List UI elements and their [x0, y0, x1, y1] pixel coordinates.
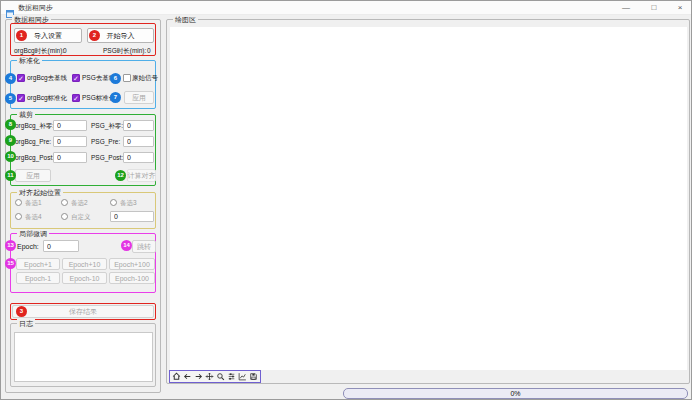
back-icon[interactable]	[183, 371, 192, 382]
badge-4: 4	[5, 73, 16, 84]
plot-title: 绘图区	[173, 15, 198, 24]
minimize-button[interactable]: —	[617, 1, 635, 14]
option4-radio[interactable]	[15, 213, 22, 220]
plot-panel-group: 绘图区	[166, 19, 690, 384]
title-bar: 数据粗同步 — □ ×	[1, 1, 691, 15]
app-window: 数据粗同步 — □ × 数据粗同步 导入设置 开始导入 1 2 orgBcg时长…	[0, 0, 692, 400]
epoch-input[interactable]	[43, 240, 79, 252]
orgbcg-post-input[interactable]	[53, 152, 87, 163]
option4-label: 备选4	[25, 212, 42, 222]
align-section: 对齐起始位置 备选1 备选2 备选3 备选4 自定义	[10, 192, 156, 229]
option3-radio[interactable]	[110, 199, 117, 206]
orgbcg-post-label: orgBcg_Post:	[15, 153, 54, 163]
align-title: 对齐起始位置	[17, 188, 63, 197]
option2-label: 备选2	[71, 198, 88, 208]
orgbcg-duration-value: 0	[63, 46, 67, 56]
customize-icon[interactable]	[238, 371, 247, 382]
preprocess-apply-button[interactable]: 应用	[124, 91, 154, 104]
progress-value: 0%	[510, 390, 520, 397]
log-section: 日志	[10, 323, 156, 387]
import-section: 导入设置 开始导入 1 2 orgBcg时长(min): 0 PSG时长(min…	[10, 23, 156, 56]
option1-label: 备选1	[25, 198, 42, 208]
orgbcg-duration-label: orgBcg时长(min):	[14, 46, 64, 56]
option1-radio[interactable]	[15, 199, 22, 206]
psg-normalize-checkbox[interactable]: ✓	[72, 94, 80, 102]
option3-label: 备选3	[120, 198, 137, 208]
custom-label: 自定义	[71, 212, 91, 222]
badge-15: 15	[5, 258, 16, 269]
crop-section: 裁剪 8 9 10 orgBcg_补零: PSG_补零: orgBcg_Pre:…	[10, 114, 156, 186]
save-section: 保存结果 3	[10, 303, 156, 320]
orgbcg-pad-input[interactable]	[53, 120, 87, 131]
preprocess-title: 标准化	[17, 56, 42, 65]
progress-bar: 0%	[343, 388, 688, 399]
crop-title: 裁剪	[17, 110, 35, 119]
orgbcg-pre-input[interactable]	[53, 136, 87, 147]
badge-13: 13	[5, 240, 16, 251]
preprocess-section: 标准化 4 ✓ orgBcg去基线 ✓ PSG去基线 6 原始信号 5 ✓ or…	[10, 60, 156, 109]
orgbcg-normalize-label: orgBcg标准化	[27, 93, 67, 103]
log-title: 日志	[17, 319, 35, 328]
crop-apply-button[interactable]: 应用	[15, 169, 51, 182]
epoch-minus10-button[interactable]: Epoch-10	[62, 272, 107, 284]
epoch-title: 局部微调	[17, 229, 49, 238]
epoch-plus10-button[interactable]: Epoch+10	[62, 258, 107, 270]
maximize-button[interactable]: □	[645, 1, 663, 14]
badge-6: 6	[110, 73, 121, 84]
plot-canvas[interactable]	[170, 27, 687, 370]
epoch-minus100-button[interactable]: Epoch-100	[109, 272, 155, 284]
psg-pad-label: PSG_补零:	[91, 121, 123, 131]
log-textarea[interactable]	[14, 332, 153, 382]
badge-14: 14	[121, 240, 132, 251]
orgbcg-pad-label: orgBcg_补零:	[15, 121, 54, 131]
orgbcg-normalize-checkbox[interactable]: ✓	[17, 94, 25, 102]
home-icon[interactable]	[172, 371, 181, 382]
pan-icon[interactable]	[205, 371, 214, 382]
psg-post-label: PSG_Post:	[91, 153, 123, 163]
psg-post-input[interactable]	[123, 152, 154, 163]
custom-radio[interactable]	[61, 213, 68, 220]
window-title: 数据粗同步	[18, 3, 53, 13]
badge-7: 7	[110, 92, 121, 103]
raw-signal-label: 原始信号	[132, 73, 158, 83]
psg-duration-label: PSG时长(min):	[103, 46, 146, 56]
epoch-section: 局部微调 13 Epoch: 14 跳转 15 Epoch+1 Epoch+10…	[10, 233, 156, 293]
psg-duration-value: 0	[147, 46, 151, 56]
custom-position-input[interactable]	[110, 211, 154, 222]
app-icon	[6, 4, 14, 12]
forward-icon[interactable]	[194, 371, 203, 382]
left-panel-group: 数据粗同步 导入设置 开始导入 1 2 orgBcg时长(min): 0 PSG…	[5, 19, 161, 393]
calc-align-button[interactable]: 计算对齐	[127, 169, 156, 182]
orgbcg-pre-label: orgBcg_Pre:	[15, 137, 51, 147]
zoom-icon[interactable]	[216, 371, 225, 382]
orgbcg-detrend-checkbox[interactable]: ✓	[17, 74, 25, 82]
jump-button[interactable]: 跳转	[132, 240, 156, 253]
badge-5: 5	[5, 93, 16, 104]
save-icon[interactable]	[249, 371, 258, 382]
close-button[interactable]: ×	[671, 1, 689, 14]
epoch-label: Epoch:	[17, 242, 39, 252]
option2-radio[interactable]	[61, 199, 68, 206]
badge-3: 3	[16, 306, 27, 317]
raw-signal-checkbox[interactable]	[123, 74, 131, 82]
psg-pad-input[interactable]	[123, 120, 154, 131]
psg-pre-input[interactable]	[123, 136, 154, 147]
badge-11: 11	[5, 170, 16, 181]
plot-toolbar	[169, 370, 261, 383]
badge-1: 1	[16, 30, 27, 41]
subplots-icon[interactable]	[227, 371, 236, 382]
badge-9: 9	[5, 135, 16, 146]
psg-detrend-checkbox[interactable]: ✓	[72, 74, 80, 82]
psg-pre-label: PSG_Pre:	[91, 137, 120, 147]
badge-10: 10	[5, 151, 16, 162]
epoch-minus1-button[interactable]: Epoch-1	[16, 272, 60, 284]
save-result-button[interactable]: 保存结果	[12, 305, 154, 318]
badge-12: 12	[115, 170, 126, 181]
badge-2: 2	[89, 30, 100, 41]
epoch-plus1-button[interactable]: Epoch+1	[16, 258, 60, 270]
orgbcg-detrend-label: orgBcg去基线	[27, 73, 67, 83]
epoch-plus100-button[interactable]: Epoch+100	[109, 258, 155, 270]
badge-8: 8	[5, 119, 16, 130]
